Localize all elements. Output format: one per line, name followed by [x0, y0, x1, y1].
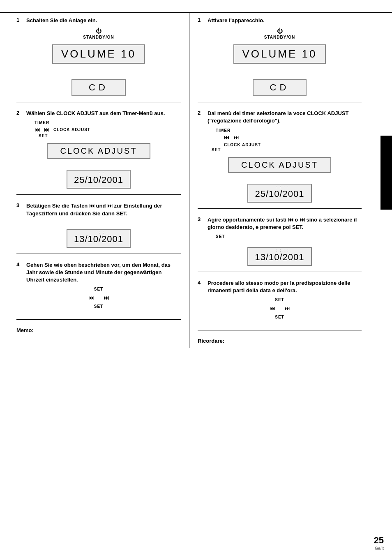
- left-memo-section: Memo:: [16, 323, 181, 337]
- right-step2-controls: TIMER ⏮ ⏭ CLOCK ADJUST SET: [208, 128, 362, 152]
- page-lang: Ge/It: [375, 546, 384, 551]
- right-section-1: 1 Attivare l'apparecchio. ⏻ STANDBY/ON V…: [198, 13, 362, 70]
- left-section-2: 2 Wählen Sie CLOCK ADJUST aus dem Timer-…: [16, 106, 181, 166]
- right-section-4: 4 Procedere allo stesso modo per la pred…: [198, 275, 362, 327]
- right-date1-outer: ⋮⋮⋮⋮ 25/10/2001: [247, 184, 311, 203]
- right-nav-left: ⏮: [224, 134, 229, 141]
- right-step4-nav-left: ⏮: [270, 305, 275, 312]
- right-sidebar-block: [380, 136, 392, 210]
- left-clock-adjust-label: CLOCK ADJUST: [53, 127, 90, 132]
- right-step4-set2: SET: [198, 315, 362, 319]
- right-clock-adjust-label: CLOCK ADJUST: [224, 143, 261, 147]
- left-date2-outer: ⋮⋮⋮⋮ 13/10/2001: [67, 229, 131, 248]
- left-date2-ticks: ⋮⋮⋮⋮: [67, 231, 130, 234]
- left-date2-display: ⋮⋮⋮⋮ 13/10/2001: [67, 229, 131, 248]
- left-divider4: [16, 254, 181, 254]
- left-section-3: 3 Betätigen Sie die Tasten ⏮ und ⏭ zur E…: [16, 198, 181, 224]
- left-step3-header: 3 Betätigen Sie die Tasten ⏮ und ⏭ zur E…: [16, 202, 181, 217]
- right-date2-wrapper: ⋮⋮⋮⋮ 13/10/2001: [198, 245, 362, 268]
- left-step4-set2: SET: [16, 304, 181, 309]
- right-step3-number: 3: [198, 216, 203, 222]
- left-volume-display-wrapper: VOLUME 10: [16, 42, 181, 66]
- right-step4-set1: SET: [198, 298, 362, 302]
- right-standby-label: STANDBY/ON: [198, 35, 362, 39]
- left-date1-outer: ⋮⋮⋮⋮ 25/10/2001: [67, 170, 131, 189]
- left-step4-set-label1: SET: [16, 287, 181, 291]
- left-step1-header: 1 Schalten Sie die Anlage ein.: [16, 17, 181, 24]
- left-date1-ticks: ⋮⋮⋮⋮: [67, 171, 130, 175]
- right-cd-wrapper: CD: [198, 76, 362, 99]
- left-set-label: SET: [39, 134, 181, 138]
- right-cd-display: CD: [253, 79, 307, 96]
- left-step2-number: 2: [16, 110, 22, 116]
- left-date1-wrapper: ⋮⋮⋮⋮ 25/10/2001: [16, 167, 181, 191]
- left-timer-label: TIMER: [35, 120, 181, 125]
- right-step4-number: 4: [198, 279, 203, 286]
- right-date1-value: 25/10/2001: [255, 189, 304, 199]
- right-clock-display: CLOCK ADJUST: [228, 157, 331, 173]
- right-date2-value: 13/10/2001: [255, 252, 304, 262]
- left-standby-label: STANDBY/ON: [16, 35, 181, 39]
- right-date1-wrapper: ⋮⋮⋮⋮ 25/10/2001: [198, 181, 362, 205]
- right-step2-text: Dal menù del timer selezionare la voce C…: [208, 110, 362, 125]
- right-divider4: [198, 272, 362, 272]
- left-step2-header: 2 Wählen Sie CLOCK ADJUST aus dem Timer-…: [16, 110, 181, 117]
- right-section-2: 2 Dal menù del timer selezionare la voce…: [198, 106, 362, 179]
- right-date2-ticks: ⋮⋮⋮⋮: [248, 249, 311, 252]
- right-step2-number: 2: [198, 110, 203, 116]
- right-clock-label-row: CLOCK ADJUST: [224, 141, 362, 148]
- left-date2-value: 13/10/2001: [74, 234, 123, 244]
- page-number: 25: [374, 535, 384, 546]
- main-columns: 1 Schalten Sie die Anlage ein. ⏻ STANDBY…: [0, 13, 392, 348]
- right-step4-set-label1: SET: [198, 298, 362, 302]
- right-power-icon: ⏻: [198, 28, 362, 34]
- right-divider1: [198, 73, 362, 73]
- right-step4-text: Procedere allo stesso modo per la predis…: [208, 279, 362, 294]
- left-cd-display: CD: [71, 79, 126, 96]
- left-cd-wrapper: CD: [16, 76, 181, 99]
- right-set-label: SET: [212, 148, 362, 152]
- left-date1-display: ⋮⋮⋮⋮ 25/10/2001: [67, 170, 131, 189]
- right-step4-set-label2: SET: [198, 315, 362, 319]
- right-divider3: [198, 208, 362, 209]
- right-section-3: 3 Agire opportunamente sui tasti ⏮ o ⏭ s…: [198, 212, 362, 243]
- right-ricordare-label: Ricordare:: [198, 338, 224, 344]
- right-step3-set-label: SET: [216, 234, 362, 239]
- left-nav-right: ⏭: [44, 127, 49, 133]
- right-step1-number: 1: [198, 17, 203, 23]
- left-step4-set1: SET: [16, 287, 181, 291]
- left-step4-number: 4: [16, 261, 22, 268]
- right-step4-nav-right: ⏭: [284, 305, 290, 312]
- right-column: 1 Attivare l'apparecchio. ⏻ STANDBY/ON V…: [189, 13, 378, 348]
- right-step1-text: Attivare l'apparecchio.: [208, 17, 265, 24]
- right-nav-row: ⏮ ⏭: [224, 134, 362, 141]
- left-step2-text: Wählen Sie CLOCK ADJUST aus dem Timer-Me…: [26, 110, 165, 117]
- right-step3-header: 3 Agire opportunamente sui tasti ⏮ o ⏭ s…: [198, 216, 362, 231]
- right-step1-icons: ⏻ STANDBY/ON: [198, 28, 362, 39]
- right-step3-set: SET: [208, 234, 362, 239]
- left-divider5: [16, 319, 181, 320]
- left-section-1: 1 Schalten Sie die Anlage ein. ⏻ STANDBY…: [16, 13, 181, 70]
- right-date1-display: ⋮⋮⋮⋮ 25/10/2001: [247, 184, 311, 203]
- left-column: 1 Schalten Sie die Anlage ein. ⏻ STANDBY…: [0, 13, 189, 348]
- right-date1-ticks: ⋮⋮⋮⋮: [248, 185, 311, 189]
- right-ricordare-section: Ricordare:: [198, 334, 362, 348]
- right-step4-nav: ⏮ ⏭: [198, 305, 362, 312]
- left-step4-text: Gehen Sie wie oben beschrieben vor, um d…: [26, 261, 181, 284]
- left-step1-icons: ⏻ STANDBY/ON: [16, 28, 181, 39]
- left-nav-row: ⏮ ⏭ CLOCK ADJUST: [35, 127, 181, 133]
- left-nav-left: ⏮: [35, 127, 40, 133]
- left-step4-header: 4 Gehen Sie wie oben beschrieben vor, um…: [16, 261, 181, 284]
- right-divider2: [198, 102, 362, 102]
- left-step4-nav-left: ⏮: [88, 295, 94, 301]
- left-step1-number: 1: [16, 17, 22, 23]
- right-step3-text: Agire opportunamente sui tasti ⏮ o ⏭ sin…: [208, 216, 362, 231]
- left-step3-text: Betätigen Sie die Tasten ⏮ und ⏭ zur Ein…: [26, 202, 181, 217]
- left-divider2: [16, 102, 181, 102]
- left-power-icon: ⏻: [16, 28, 181, 34]
- left-clock-display: CLOCK ADJUST: [47, 143, 150, 159]
- right-volume-display: VOLUME 10: [233, 44, 326, 64]
- right-nav-right: ⏭: [233, 134, 239, 141]
- left-volume-display: VOLUME 10: [52, 44, 145, 64]
- left-step4-nav: ⏮ ⏭: [16, 295, 181, 301]
